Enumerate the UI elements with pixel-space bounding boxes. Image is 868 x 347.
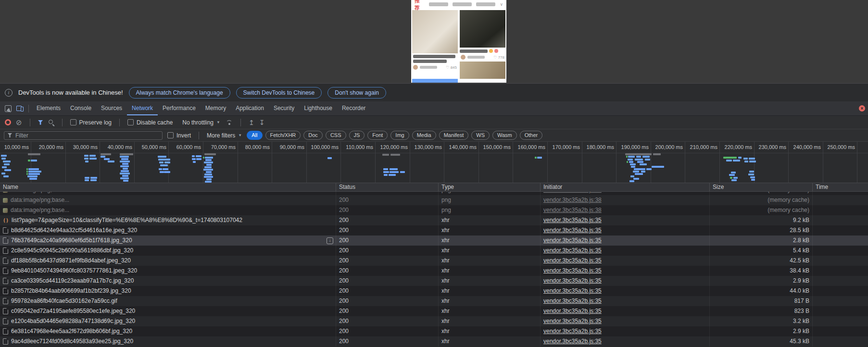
request-name-cell[interactable]: 76b37649ca2c40a99680ef6d5b1f7618.jpg_320… — [0, 235, 336, 246]
filter-pill-other[interactable]: Other — [520, 131, 543, 140]
request-name-cell[interactable]: ()list?page=7&pageSize=10&classifyTitle=… — [0, 215, 336, 225]
filter-pill-font[interactable]: Font — [367, 131, 388, 140]
filter-pill-ws[interactable]: WS — [471, 131, 490, 140]
record-network-log-icon[interactable] — [5, 119, 11, 125]
import-har-icon[interactable]: ↥ — [249, 119, 254, 126]
webpage-nav-item-placeholder[interactable] — [476, 2, 495, 6]
request-name-cell[interactable]: 9ac4d8eec7124fd09d8c49583a93ee25.jpg_320 — [0, 336, 336, 347]
preserve-log-checkbox[interactable]: Preserve log — [70, 119, 112, 126]
checkbox-icon[interactable] — [167, 132, 174, 138]
filter-input[interactable]: Filter — [4, 131, 163, 140]
request-name-cell[interactable]: c095042ed72a4195aefe895580ec1efe.jpeg_32… — [0, 306, 336, 316]
likes-count[interactable]: ♡ 778 — [493, 55, 504, 60]
search-icon[interactable] — [48, 119, 54, 125]
filter-pill-all[interactable]: All — [247, 131, 262, 140]
checkbox-icon[interactable] — [70, 119, 76, 125]
invert-checkbox[interactable]: Invert — [167, 132, 191, 139]
filter-pill-manifest[interactable]: Manifest — [439, 131, 469, 140]
table-row[interactable]: ()list?page=7&pageSize=10&classifyTitle=… — [0, 215, 868, 225]
throttling-select[interactable]: No throttling ▼ — [182, 119, 220, 126]
disable-cache-checkbox[interactable]: Disable cache — [127, 119, 173, 126]
initiator-link[interactable]: vendor.3bc35a2b.js:38 — [543, 207, 602, 213]
tab-console[interactable]: Console — [65, 101, 96, 115]
filter-pill-css[interactable]: CSS — [326, 131, 346, 140]
table-row[interactable]: 2c8e5945c90945c2b6090a5619886dbf.jpg_320… — [0, 246, 868, 256]
column-header-status[interactable]: Status — [336, 183, 438, 191]
request-name-cell[interactable]: data:image/png;base... — [0, 192, 336, 195]
table-row[interactable]: ca3ce03395cd44119c23eaab97a17b7c.jpg_320… — [0, 276, 868, 286]
table-row[interactable]: b8d64625d6424e94aa32cf5d4616a16e.jpeg_32… — [0, 225, 868, 235]
always-match-language-button[interactable]: Always match Chrome's language — [129, 87, 230, 99]
inspect-element-icon[interactable] — [5, 105, 12, 112]
tab-sources[interactable]: Sources — [96, 101, 127, 115]
error-count-icon[interactable]: × — [859, 105, 865, 112]
filter-pill-wasm[interactable]: Wasm — [492, 131, 517, 140]
initiator-link[interactable]: vendor.3bc35a2b.js:35 — [543, 318, 602, 324]
tab-performance[interactable]: Performance — [158, 101, 201, 115]
initiator-link[interactable]: vendor.3bc35a2b.js:35 — [543, 247, 602, 254]
table-row[interactable]: df188b5f8cb6437d9871ef9fb8d4abef.jpeg_32… — [0, 256, 868, 266]
table-row[interactable]: 6e381c47968e4ee5aa2f672d98b606bf.jpg_320… — [0, 326, 868, 336]
table-row[interactable]: 9ac4d8eec7124fd09d8c49583a93ee25.jpg_320… — [0, 336, 868, 347]
initiator-link[interactable]: vendor.3bc35a2b.js:35 — [543, 277, 602, 284]
request-name-cell[interactable]: b2857f2b84b64aab906699af1b2bf239.jpg_320 — [0, 286, 336, 296]
request-name-cell[interactable]: df188b5f8cb6437d9871ef9fb8d4abef.jpeg_32… — [0, 256, 336, 266]
tab-memory[interactable]: Memory — [201, 101, 231, 115]
likes-count[interactable]: ♡ 845 — [446, 65, 457, 70]
initiator-link[interactable]: vendor.3bc35a2b.js:38 — [543, 192, 602, 193]
dont-show-again-button[interactable]: Don't show again — [327, 87, 386, 99]
column-header-time[interactable]: Time — [812, 183, 868, 191]
table-row[interactable]: 9eb8401045074394960fc80375777861.jpeg_32… — [0, 266, 868, 276]
tab-recorder[interactable]: Recorder — [337, 101, 370, 115]
webpage-nav-item-placeholder[interactable] — [453, 2, 472, 6]
table-row[interactable]: 76b37649ca2c40a99680ef6d5b1f7618.jpg_320… — [0, 235, 868, 246]
request-name-cell[interactable]: b8d64625d6424e94aa32cf5d4616a16e.jpeg_32… — [0, 225, 336, 235]
initiator-link[interactable]: vendor.3bc35a2b.js:35 — [543, 308, 602, 314]
initiator-link[interactable]: vendor.3bc35a2b.js:35 — [543, 297, 602, 304]
more-filters-dropdown[interactable]: More filters ▼ — [207, 132, 242, 139]
table-row[interactable]: 959782ea86fb40fcae5d30162e7a59cc.gif200x… — [0, 296, 868, 306]
table-row[interactable]: data:image/png;base...200pngvendor.3bc35… — [0, 195, 868, 205]
request-name-cell[interactable]: 6e381c47968e4ee5aa2f672d98b606bf.jpg_320 — [0, 326, 336, 336]
filter-pill-doc[interactable]: Doc — [303, 131, 323, 140]
network-conditions-icon[interactable] — [225, 120, 233, 125]
chevron-down-icon[interactable]: ∨ — [500, 2, 503, 7]
tab-elements[interactable]: Elements — [32, 101, 65, 115]
initiator-link[interactable]: vendor.3bc35a2b.js:38 — [543, 197, 602, 203]
request-name-cell[interactable]: e120c4ba5d04465e98288a747138d69c.jpg_320 — [0, 316, 336, 326]
checkbox-icon[interactable] — [127, 119, 134, 125]
tab-network[interactable]: Network — [127, 101, 158, 115]
column-header-size[interactable]: Size — [709, 183, 812, 191]
export-har-icon[interactable]: ↧ — [259, 119, 265, 126]
filter-pill-media[interactable]: Media — [412, 131, 436, 140]
request-name-cell[interactable]: 959782ea86fb40fcae5d30162e7a59cc.gif — [0, 296, 336, 306]
column-header-name[interactable]: Name — [0, 183, 336, 191]
table-row[interactable]: b2857f2b84b64aab906699af1b2bf239.jpg_320… — [0, 286, 868, 296]
initiator-link[interactable]: vendor.3bc35a2b.js:35 — [543, 328, 602, 335]
request-name-cell[interactable]: 2c8e5945c90945c2b6090a5619886dbf.jpg_320 — [0, 246, 336, 256]
filter-pill-fetchxhr[interactable]: Fetch/XHR — [265, 131, 301, 140]
column-header-initiator[interactable]: Initiator — [540, 183, 709, 191]
network-overview-timeline[interactable]: 10,000 ms20,000 ms30,000 ms40,000 ms50,0… — [0, 141, 868, 183]
initiator-link[interactable]: vendor.3bc35a2b.js:35 — [543, 227, 602, 234]
table-row[interactable]: e120c4ba5d04465e98288a747138d69c.jpg_320… — [0, 316, 868, 326]
table-row[interactable]: data:image/png;base...200pngvendor.3bc35… — [0, 205, 868, 215]
filter-pill-img[interactable]: Img — [390, 131, 409, 140]
initiator-link[interactable]: vendor.3bc35a2b.js:35 — [543, 257, 602, 264]
request-name-cell[interactable]: data:image/png;base... — [0, 195, 336, 205]
filter-pill-js[interactable]: JS — [349, 131, 365, 140]
webpage-card[interactable]: ♡ 845 — [412, 10, 458, 70]
request-name-cell[interactable]: data:image/png;base... — [0, 205, 336, 215]
initiator-link[interactable]: vendor.3bc35a2b.js:35 — [543, 338, 602, 345]
initiator-link[interactable]: vendor.3bc35a2b.js:35 — [543, 267, 602, 274]
tab-security[interactable]: Security — [269, 101, 299, 115]
initiator-link[interactable]: vendor.3bc35a2b.js:35 — [543, 237, 602, 244]
webpage-nav-item-placeholder[interactable] — [429, 2, 448, 6]
table-row[interactable]: data:image/png;base...200pngvendor.3bc35… — [0, 192, 868, 195]
webpage-card[interactable]: ♡ 778 — [460, 10, 505, 79]
request-name-cell[interactable]: ca3ce03395cd44119c23eaab97a17b7c.jpg_320 — [0, 276, 336, 286]
switch-devtools-chinese-button[interactable]: Switch DevTools to Chinese — [236, 87, 322, 99]
column-header-type[interactable]: Type — [438, 183, 540, 191]
request-name-cell[interactable]: 9eb8401045074394960fc80375777861.jpeg_32… — [0, 266, 336, 276]
table-row[interactable]: c095042ed72a4195aefe895580ec1efe.jpeg_32… — [0, 306, 868, 316]
